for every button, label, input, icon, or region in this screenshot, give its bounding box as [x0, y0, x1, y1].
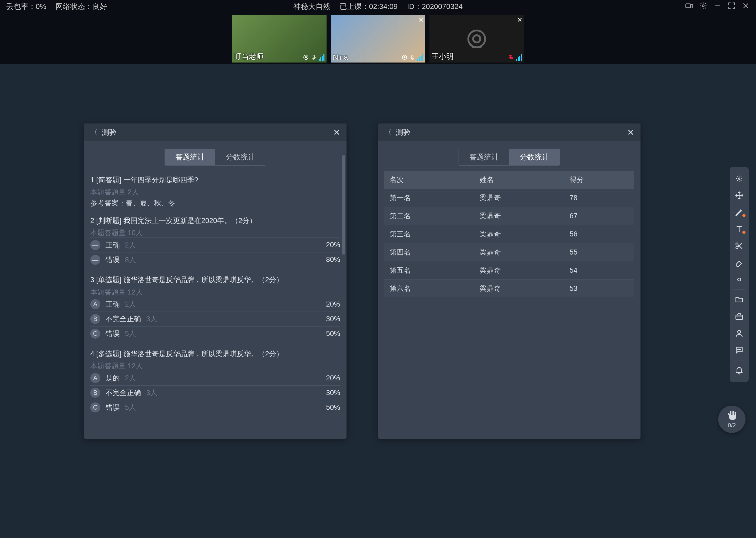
fullscreen-icon[interactable] — [728, 2, 735, 12]
tab-group: 答题统计 分数统计 — [165, 149, 266, 166]
option-letter: C — [90, 403, 100, 412]
tile-indicators — [402, 54, 423, 61]
close-panel-icon[interactable]: ✕ — [333, 128, 340, 137]
svg-point-12 — [473, 35, 480, 42]
minimize-icon[interactable] — [714, 2, 721, 12]
indicator-dot — [742, 214, 745, 217]
question-response-count: 本题答题量 12人 — [90, 361, 340, 371]
camera-off-icon — [462, 25, 491, 53]
table-row: 第二名梁鼎奇67 — [384, 207, 634, 225]
raise-hand-button[interactable]: 0/2 — [718, 405, 745, 433]
user-icon[interactable] — [730, 325, 749, 342]
option-text: 错误 — [106, 255, 120, 265]
brightness-icon[interactable] — [730, 271, 749, 288]
panel-title: 测验 — [396, 128, 410, 137]
option-count: 2人 — [125, 373, 136, 383]
option-row: A正确2人20% — [90, 297, 340, 311]
hand-icon — [726, 410, 737, 421]
table-cell: 53 — [564, 280, 634, 297]
option-percent: 30% — [326, 315, 340, 323]
option-count: 3人 — [146, 314, 157, 324]
option-letter: A — [90, 299, 100, 309]
option-text: 不完全正确 — [106, 314, 141, 324]
tab-answer-stats[interactable]: 答题统计 — [165, 149, 215, 165]
option-percent: 80% — [326, 256, 340, 264]
tab-answer-stats[interactable]: 答题统计 — [459, 149, 509, 165]
close-window-icon[interactable] — [742, 2, 750, 12]
option-letter: — — [90, 240, 100, 250]
laser-pointer-icon[interactable] — [730, 170, 749, 187]
table-cell: 第一名 — [384, 189, 474, 207]
score-stats-body[interactable]: 名次姓名得分 第一名梁鼎奇78第二名梁鼎奇67第三名梁鼎奇56第四名梁鼎奇55第… — [378, 171, 640, 439]
svg-rect-10 — [412, 55, 413, 58]
quiz-score-panel: 〈 测验 ✕ 答题统计 分数统计 名次姓名得分 第一名梁鼎奇78第二名梁鼎奇67… — [378, 124, 640, 439]
table-header: 得分 — [564, 171, 634, 189]
svg-point-23 — [740, 349, 741, 350]
eraser-icon[interactable] — [730, 254, 749, 271]
option-row: A是的2人20% — [90, 371, 340, 385]
scrollbar[interactable] — [342, 155, 345, 255]
text-tool-icon[interactable] — [730, 221, 749, 238]
question-block: 4 [多选题] 施华洛世奇是反华品牌，所以梁鼎琪反华。（2分）本题答题量 12人… — [90, 345, 340, 418]
option-count: 2人 — [125, 241, 136, 250]
tab-score-stats[interactable]: 分数统计 — [509, 149, 560, 165]
close-tile-icon[interactable]: ✕ — [418, 16, 424, 24]
svg-point-20 — [737, 331, 740, 333]
table-cell: 梁鼎奇 — [474, 280, 564, 297]
close-tile-icon[interactable]: ✕ — [517, 16, 522, 24]
svg-point-21 — [737, 349, 738, 350]
svg-point-22 — [739, 349, 740, 350]
option-row: C错误5人50% — [90, 400, 340, 415]
option-letter: B — [90, 388, 100, 398]
pen-icon[interactable] — [730, 204, 749, 221]
option-percent: 20% — [326, 300, 340, 308]
question-block: 1 [简答题] 一年四季分别是哪四季?本题答题量 2人参考答案：春、夏、秋、冬 — [90, 171, 340, 211]
table-row: 第五名梁鼎奇54 — [384, 261, 634, 280]
scissors-icon[interactable] — [730, 238, 749, 254]
option-count: 3人 — [146, 388, 157, 398]
back-button[interactable]: 〈 — [384, 128, 392, 137]
video-strip: 叮当老师✕Nina✕王小明 — [0, 13, 756, 64]
quiz-answer-panel: 〈 测验 ✕ 答题统计 分数统计 1 [简答题] 一年四季分别是哪四季?本题答题… — [84, 124, 347, 439]
video-tile[interactable]: ✕Nina — [331, 15, 425, 63]
volume-bars-icon — [417, 54, 423, 61]
option-percent: 20% — [326, 241, 340, 249]
svg-point-15 — [738, 178, 740, 180]
close-panel-icon[interactable]: ✕ — [627, 128, 634, 137]
table-header: 名次 — [384, 171, 474, 189]
indicator-dot — [742, 231, 745, 234]
chat-icon[interactable] — [730, 342, 749, 358]
table-cell: 56 — [564, 225, 634, 243]
video-tile[interactable]: 叮当老师 — [232, 15, 327, 63]
question-block: 3 [单选题] 施华洛世奇是反华品牌，所以梁鼎琪反华。（2分）本题答题量 12人… — [90, 271, 340, 345]
toolbox-icon[interactable] — [730, 308, 749, 325]
packet-loss: 丢包率：0% — [6, 2, 46, 12]
settings-icon[interactable] — [699, 2, 707, 12]
volume-bars-icon — [319, 54, 324, 61]
question-block: 2 [判断题] 我国宪法上一次更新是在2020年。（2分）本题答题量 10人—正… — [90, 211, 340, 271]
top-bar: 丢包率：0% 网络状态：良好 神秘大自然 已上课：02:34:09 ID：202… — [0, 0, 756, 13]
option-letter: B — [90, 314, 100, 324]
class-id: ID：2020070324 — [407, 2, 463, 12]
question-response-count: 本题答题量 10人 — [90, 228, 340, 238]
option-count: 5人 — [125, 329, 136, 338]
folder-icon[interactable] — [730, 291, 749, 308]
tool-sidebar — [730, 167, 749, 382]
option-count: 8人 — [125, 255, 136, 265]
svg-point-1 — [702, 5, 704, 7]
option-percent: 30% — [326, 389, 340, 397]
table-row: 第三名梁鼎奇56 — [384, 225, 634, 243]
table-cell: 第二名 — [384, 207, 474, 225]
move-icon[interactable] — [730, 187, 749, 204]
bell-icon[interactable] — [730, 362, 749, 379]
tile-indicators — [303, 54, 324, 61]
tab-score-stats[interactable]: 分数统计 — [215, 149, 266, 165]
option-row: B不完全正确3人30% — [90, 311, 340, 326]
option-letter: C — [90, 329, 100, 339]
answer-stats-body[interactable]: 1 [简答题] 一年四季分别是哪四季?本题答题量 2人参考答案：春、夏、秋、冬2… — [84, 171, 347, 439]
question-answer: 参考答案：春、夏、秋、冬 — [90, 198, 340, 208]
camera-toggle-icon[interactable] — [685, 2, 693, 12]
video-tile[interactable]: ✕王小明 — [429, 15, 524, 63]
back-button[interactable]: 〈 — [90, 128, 98, 137]
option-text: 错误 — [106, 403, 120, 412]
